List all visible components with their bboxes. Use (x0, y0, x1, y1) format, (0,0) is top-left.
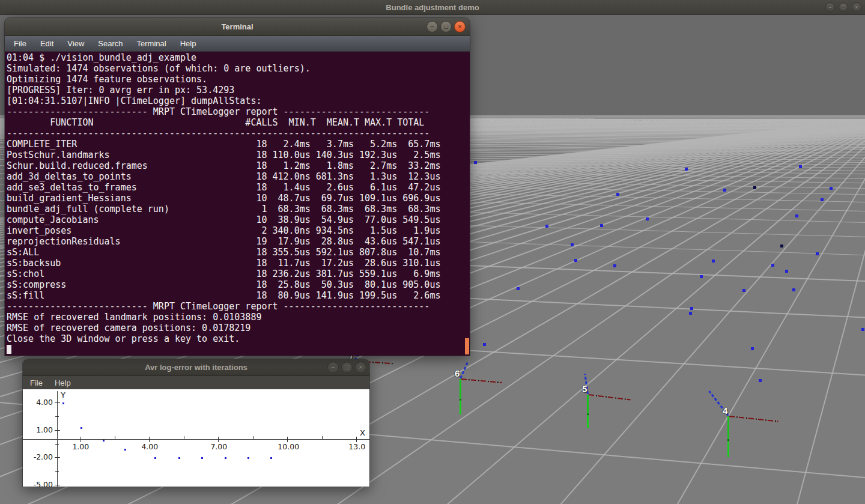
y-tick-label: 1.00 (29, 425, 53, 434)
x-tick-label: 1.00 (70, 442, 91, 451)
main-window-title: Bundle adjustment demo (0, 0, 865, 15)
menu-file[interactable]: File (11, 38, 29, 49)
data-point (62, 402, 64, 404)
menu-view[interactable]: View (64, 38, 87, 49)
y-tick-label: 4.00 (29, 398, 53, 407)
data-point (247, 457, 249, 459)
landmark-dot (545, 225, 548, 228)
landmark-dot (600, 224, 603, 227)
y-minor-tick (55, 416, 59, 417)
close-icon[interactable]: × (852, 2, 861, 12)
landmark-dot (771, 264, 774, 267)
frame-y-axis (587, 395, 589, 428)
chart-canvas[interactable]: Y X 1.004.007.0010.0013.04.001.00-2.00-5… (23, 389, 369, 487)
plot-window-controls: − □ × (327, 362, 366, 373)
landmark-dot (830, 187, 833, 190)
frame-label: 5 (582, 384, 587, 394)
frame-y-axis (727, 416, 729, 457)
landmark-dot (753, 186, 756, 189)
data-point (178, 457, 180, 459)
data-point (154, 457, 156, 459)
y-minor-tick (55, 444, 59, 445)
y-major-tick (55, 457, 60, 458)
y-axis-label: Y (61, 390, 65, 399)
close-icon[interactable]: × (454, 21, 466, 32)
landmark-dot (571, 243, 574, 246)
landmark-dot (689, 312, 692, 315)
landmark-dot (700, 275, 703, 278)
data-point (124, 449, 126, 451)
plot-window-title: Avr log-error with iterations (23, 359, 369, 376)
landmark-dot (517, 287, 520, 290)
terminal-cursor (7, 345, 11, 354)
y-tick-label: -5.00 (29, 480, 53, 487)
landmark-dot (574, 259, 577, 262)
x-major-tick (80, 437, 80, 442)
maximize-icon[interactable]: □ (341, 362, 353, 373)
plot-window-titlebar[interactable]: Avr log-error with iterations − □ × (23, 359, 369, 376)
landmark-dot (616, 193, 619, 196)
landmark-dot (785, 270, 788, 273)
landmark-dot (690, 307, 693, 310)
landmark-dot (751, 347, 754, 350)
menu-help[interactable]: Help (52, 378, 73, 388)
main-window-controls: − □ × (825, 2, 861, 12)
x-minor-tick (184, 436, 184, 439)
x-major-tick (218, 437, 219, 442)
terminal-content[interactable]: 01:04 $ ./vision_bundle_adj_example Simu… (5, 52, 470, 356)
landmark-dot (861, 328, 864, 331)
terminal-titlebar[interactable]: Terminal − □ × (5, 18, 470, 36)
terminal-window-controls: − □ × (426, 21, 466, 32)
plot-menubar: File Help (23, 376, 369, 389)
frame-y-axis (460, 379, 461, 414)
landmark-dot (483, 343, 486, 346)
x-axis (23, 439, 369, 440)
menu-file[interactable]: File (28, 378, 45, 388)
landmark-dot (759, 379, 762, 382)
frame-label: 6 (455, 368, 460, 378)
x-tick-label: 10.00 (278, 442, 298, 451)
y-axis (57, 391, 58, 487)
terminal-window: Terminal − □ × File Edit View Search Ter… (5, 18, 470, 356)
y-tick-label: -2.00 (29, 452, 53, 461)
y-major-tick (55, 430, 60, 431)
main-window-titlebar[interactable]: Bundle adjustment demo − □ × (0, 0, 865, 15)
menu-help[interactable]: Help (177, 38, 199, 49)
minimize-icon[interactable]: − (327, 362, 339, 373)
menu-terminal[interactable]: Terminal (134, 38, 169, 49)
landmark-dot (723, 189, 726, 192)
x-major-tick (149, 437, 150, 442)
x-tick-label: 7.00 (208, 442, 229, 451)
maximize-icon[interactable]: □ (839, 2, 848, 12)
close-icon[interactable]: × (355, 362, 366, 373)
data-point (225, 457, 226, 459)
terminal-menubar: File Edit View Search Terminal Help (5, 36, 470, 52)
landmark-dot (792, 288, 795, 291)
frame-label: 4 (723, 405, 727, 416)
minimize-icon[interactable]: − (825, 2, 835, 12)
maximize-icon[interactable]: □ (440, 21, 452, 32)
landmark-dot (646, 217, 649, 220)
landmark-dot (799, 165, 802, 168)
terminal-output: 01:04 $ ./vision_bundle_adj_example Simu… (5, 52, 470, 355)
landmark-dot (795, 214, 798, 217)
terminal-scrollbar-thumb[interactable] (465, 338, 469, 354)
minimize-icon[interactable]: − (426, 21, 438, 32)
x-minor-tick (322, 436, 323, 439)
landmark-dot (780, 244, 783, 247)
landmark-dot (742, 289, 745, 292)
landmark-dot (712, 260, 715, 263)
x-tick-label: 13.0 (347, 442, 367, 451)
x-tick-label: 4.00 (139, 442, 160, 451)
x-major-tick (287, 437, 288, 442)
data-point (270, 457, 272, 459)
x-axis-label: X (360, 428, 365, 437)
x-minor-tick (253, 436, 253, 439)
data-point (201, 457, 203, 459)
menu-edit[interactable]: Edit (37, 38, 56, 49)
menu-search[interactable]: Search (95, 38, 126, 49)
data-point (103, 440, 105, 442)
landmark-dot (474, 161, 477, 164)
landmark-dot (821, 198, 824, 201)
landmark-dot (685, 168, 688, 171)
